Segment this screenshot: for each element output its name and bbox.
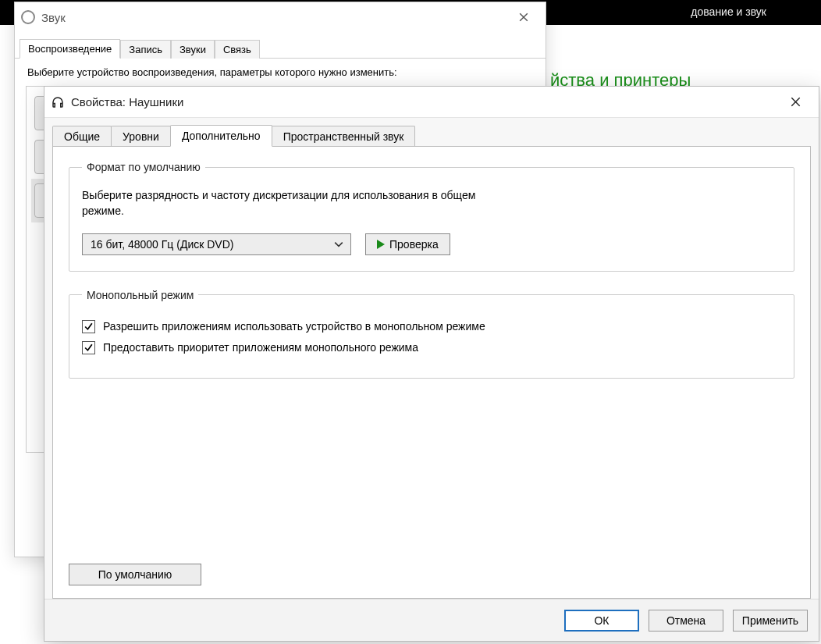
- priority-exclusive-checkbox[interactable]: [82, 341, 95, 354]
- headphones-icon: [51, 95, 65, 109]
- advanced-panel: Формат по умолчанию Выберите разрядность…: [52, 146, 811, 599]
- sound-tab-recording[interactable]: Запись: [120, 40, 171, 59]
- button-label: Отмена: [666, 614, 705, 627]
- button-label: ОК: [594, 614, 609, 627]
- allow-exclusive-checkbox[interactable]: [82, 320, 95, 333]
- tab-general[interactable]: Общие: [52, 126, 112, 147]
- close-icon: [519, 12, 528, 22]
- close-icon: [791, 97, 801, 107]
- tab-levels[interactable]: Уровни: [111, 126, 171, 147]
- default-format-desc: Выберите разрядность и частоту дискретиз…: [82, 187, 488, 219]
- tab-label: Общие: [64, 130, 100, 143]
- format-selected: 16 бит, 48000 Гц (Диск DVD): [91, 238, 233, 251]
- props-titlebar: Свойства: Наушники: [44, 87, 819, 118]
- props-tabs: Общие Уровни Дополнительно Пространствен…: [52, 124, 811, 146]
- tab-label: Связь: [223, 44, 251, 55]
- checkmark-icon: [84, 322, 94, 332]
- restore-defaults-button[interactable]: По умолчанию: [69, 564, 201, 585]
- allow-exclusive-label: Разрешить приложениям использовать устро…: [103, 320, 485, 333]
- tab-spatial[interactable]: Пространственный звук: [272, 126, 416, 147]
- tab-label: Дополнительно: [182, 130, 261, 142]
- exclusive-mode-group: Монопольный режим Разрешить приложениям …: [69, 289, 794, 379]
- checkmark-icon: [84, 343, 94, 353]
- tab-label: Воспроизведение: [28, 43, 112, 55]
- props-footer: ОК Отмена Применить: [44, 599, 819, 641]
- props-close-button[interactable]: [778, 90, 812, 115]
- sound-tabs: Воспроизведение Запись Звуки Связь: [15, 35, 546, 59]
- ok-button[interactable]: ОК: [564, 610, 639, 632]
- sound-titlebar: Звук: [15, 2, 546, 32]
- tab-label: Пространственный звук: [283, 130, 404, 143]
- sound-instruction: Выберите устройство воспроизведения, пар…: [15, 59, 546, 81]
- properties-dialog: Свойства: Наушники Общие Уровни Дополнит…: [44, 86, 819, 642]
- tab-advanced[interactable]: Дополнительно: [170, 125, 272, 147]
- format-combobox[interactable]: 16 бит, 48000 Гц (Диск DVD): [82, 233, 351, 255]
- tab-label: Уровни: [123, 130, 159, 143]
- priority-exclusive-row[interactable]: Предоставить приоритет приложениям моноп…: [82, 341, 781, 354]
- props-title: Свойства: Наушники: [71, 95, 183, 109]
- sound-tab-playback[interactable]: Воспроизведение: [20, 39, 120, 59]
- tab-label: Звуки: [179, 44, 206, 55]
- button-label: Применить: [742, 614, 798, 627]
- play-icon: [377, 240, 385, 249]
- test-button-label: Проверка: [389, 238, 439, 251]
- sound-tab-comm[interactable]: Связь: [215, 40, 260, 59]
- default-format-legend: Формат по умолчанию: [82, 161, 205, 173]
- ribbon-text: дование и звук: [691, 5, 766, 18]
- sound-tab-sounds[interactable]: Звуки: [171, 40, 215, 59]
- priority-exclusive-label: Предоставить приоритет приложениям моноп…: [103, 341, 418, 354]
- sound-close-button[interactable]: [508, 5, 539, 29]
- cancel-button[interactable]: Отмена: [649, 610, 723, 632]
- test-button[interactable]: Проверка: [365, 233, 450, 255]
- exclusive-mode-legend: Монопольный режим: [82, 289, 198, 301]
- tab-label: Запись: [129, 44, 162, 55]
- restore-defaults-label: По умолчанию: [98, 568, 172, 581]
- sound-title: Звук: [41, 11, 66, 24]
- sound-icon: [21, 10, 35, 24]
- format-row: 16 бит, 48000 Гц (Диск DVD) Проверка: [82, 233, 781, 255]
- chevron-down-icon: [330, 234, 347, 254]
- props-body: Общие Уровни Дополнительно Пространствен…: [44, 118, 819, 599]
- apply-button[interactable]: Применить: [733, 610, 808, 632]
- allow-exclusive-row[interactable]: Разрешить приложениям использовать устро…: [82, 320, 781, 333]
- default-format-group: Формат по умолчанию Выберите разрядность…: [69, 161, 794, 272]
